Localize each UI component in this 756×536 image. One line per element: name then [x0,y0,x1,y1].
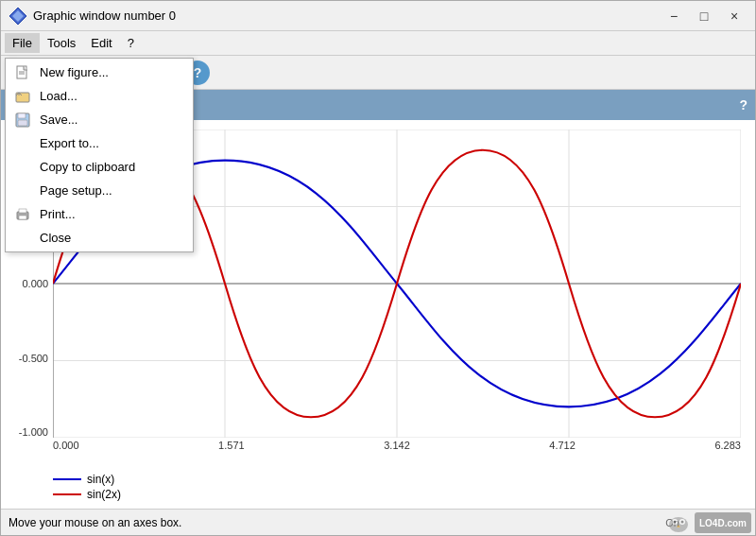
close-button[interactable]: × [721,6,747,26]
x-label-2: 3.142 [384,440,410,457]
y-label-4: -0.500 [19,353,48,364]
lo4d-watermark: LO4D.com [666,512,751,533]
print-icon [13,205,32,224]
menu-save[interactable]: Save... [6,108,193,131]
file-menu-item[interactable]: File New figure... [5,33,40,53]
window-controls: − □ × [661,6,747,26]
help-menu-item[interactable]: ? [120,33,142,53]
x-label-0: 0.000 [53,440,79,457]
status-message: Move your mouse on an axes box. [9,516,181,529]
save-icon [13,111,32,130]
svg-rect-12 [19,209,26,213]
y-label-3: 0.000 [22,278,48,289]
menu-copy-clipboard[interactable]: Copy to clipboard [6,155,193,179]
menu-export[interactable]: Export to... [6,131,193,155]
svg-rect-8 [18,113,26,118]
x-label-1: 1.571 [218,440,245,457]
app-icon [9,7,27,26]
svg-rect-9 [18,120,27,126]
minimize-button[interactable]: − [661,6,687,26]
menu-print[interactable]: Print... [6,202,193,226]
lo4d-logo-text: LO4D.com [695,512,751,533]
menu-new-figure[interactable]: New figure... [6,61,193,84]
menu-close[interactable]: Close [6,226,193,250]
new-figure-icon [13,63,32,82]
x-label-4: 6.283 [714,440,741,457]
svg-point-40 [674,521,677,524]
status-bar: Move your mouse on an axes box. On LO4D.… [1,509,755,535]
menu-load[interactable]: Load... [6,84,193,108]
legend-sin2x-line [53,493,81,496]
legend-sinx-line [53,477,81,481]
x-axis-labels: 0.000 1.571 3.142 4.712 6.283 [53,440,741,457]
x-label-3: 4.712 [549,440,576,457]
legend-sinx-label: sin(x) [87,473,114,486]
load-icon [13,87,32,106]
legend-sin2x: sin(2x) [53,488,121,501]
tools-menu-item[interactable]: Tools [40,33,83,53]
file-dropdown-menu: New figure... Load... [5,58,194,252]
header-help-label: ? [739,97,747,112]
svg-rect-11 [19,216,26,219]
menu-bar: File New figure... [1,31,755,56]
y-label-bottom: -1.000 [19,426,48,438]
legend-sin2x-label: sin(2x) [87,488,121,501]
title-bar: Graphic window number 0 − □ × [1,1,755,31]
legend: sin(x) sin(2x) [53,473,121,501]
lo4d-owl-icon [666,512,691,533]
legend-sinx: sin(x) [53,473,121,486]
edit-menu-item[interactable]: Edit [83,33,119,53]
window-title: Graphic window number 0 [33,9,661,23]
menu-page-setup[interactable]: Page setup... [6,179,193,202]
restore-button[interactable]: □ [691,6,717,26]
main-window: Graphic window number 0 − □ × File [0,0,756,536]
svg-point-41 [681,521,684,524]
